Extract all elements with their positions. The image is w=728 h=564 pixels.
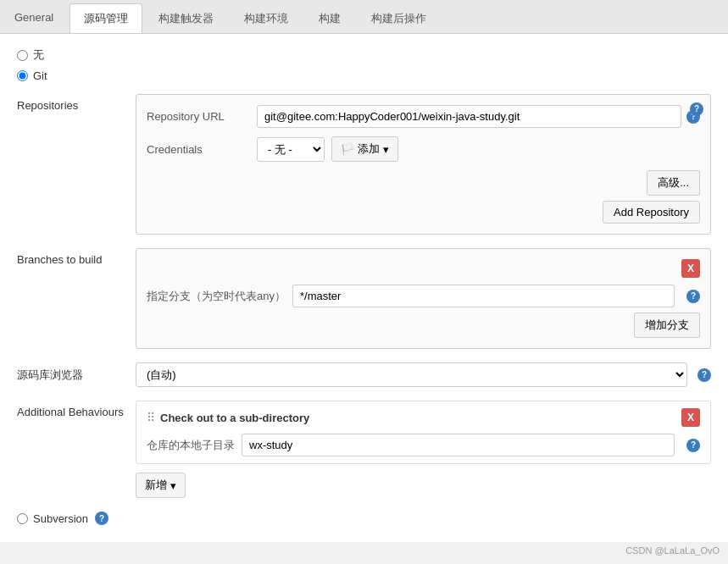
subversion-label: Subversion: [33, 512, 88, 525]
main-content: 无 Git Repositories ? Repository URL ? Cr…: [0, 34, 728, 542]
local-dir-row: 仓库的本地子目录 ?: [147, 434, 700, 456]
source-browser-label: 源码库浏览器: [17, 362, 136, 383]
additional-behaviours-section: Additional Behaviours ⠿ Check out to a s…: [17, 401, 711, 498]
radio-git-label: Git: [33, 69, 47, 82]
branches-remove-button[interactable]: X: [681, 259, 700, 278]
credentials-select[interactable]: - 无 -: [257, 137, 325, 162]
repositories-content: ? Repository URL ? Credentials - 无 -: [136, 94, 711, 235]
repo-url-input-wrapper: [257, 105, 681, 128]
branch-specifier-label: 指定分支（为空时代表any）: [147, 289, 286, 304]
add-repo-btn-row: Add Repository: [147, 201, 700, 224]
new-behaviour-label: 新增: [145, 478, 167, 493]
branch-help-icon[interactable]: ?: [686, 290, 700, 303]
advanced-button[interactable]: 高级...: [647, 170, 700, 196]
add-branch-btn-row: 增加分支: [147, 312, 700, 338]
branch-specifier-input[interactable]: [292, 285, 675, 307]
tab-post-build[interactable]: 构建后操作: [357, 3, 441, 33]
radio-none-input[interactable]: [17, 50, 28, 61]
tab-general[interactable]: General: [0, 3, 68, 33]
checkout-subdirectory-box: ⠿ Check out to a sub-directory X 仓库的本地子目…: [136, 401, 711, 464]
radio-none-label: 无: [33, 47, 44, 63]
subversion-row: Subversion ?: [17, 511, 711, 525]
behaviour-title-row: ⠿ Check out to a sub-directory: [147, 411, 309, 424]
credentials-add-button[interactable]: 🏳️ 添加 ▾: [331, 136, 398, 162]
new-behaviour-button[interactable]: 新增 ▾: [136, 473, 186, 498]
repo-url-input[interactable]: [257, 105, 681, 128]
advanced-btn-row: 高级...: [147, 170, 700, 196]
credentials-dropdown-icon: ▾: [383, 143, 389, 156]
credentials-controls: - 无 - 🏳️ 添加 ▾: [257, 136, 398, 162]
behaviour-remove-button[interactable]: X: [681, 408, 700, 427]
add-branch-button[interactable]: 增加分支: [634, 312, 700, 338]
radio-git-input[interactable]: [17, 70, 28, 81]
additional-behaviours-content: ⠿ Check out to a sub-directory X 仓库的本地子目…: [136, 401, 711, 498]
repositories-label: Repositories: [17, 94, 136, 112]
repo-url-row: Repository URL ?: [147, 105, 700, 128]
flag-icon: 🏳️: [341, 143, 354, 156]
repo-url-label: Repository URL: [147, 110, 257, 123]
tab-build-env[interactable]: 构建环境: [230, 3, 303, 33]
repositories-section: Repositories ? Repository URL ? Credenti…: [17, 94, 711, 235]
radio-subversion-input[interactable]: [17, 513, 28, 524]
tab-build-trigger[interactable]: 构建触发器: [144, 3, 228, 33]
source-browser-select[interactable]: (自动): [136, 362, 687, 387]
branches-section: Branches to build X 指定分支（为空时代表any） ? 增加分…: [17, 248, 711, 349]
source-browser-controls: (自动) ?: [136, 362, 711, 387]
add-repository-button[interactable]: Add Repository: [603, 201, 700, 224]
subversion-help-icon[interactable]: ?: [95, 511, 108, 525]
behaviour-header: ⠿ Check out to a sub-directory X: [147, 408, 700, 427]
source-browser-section: 源码库浏览器 (自动) ?: [17, 362, 711, 387]
source-browser-help-icon[interactable]: ?: [697, 368, 711, 382]
branch-input-row: 指定分支（为空时代表any） ?: [147, 285, 700, 307]
tab-bar: General 源码管理 构建触发器 构建环境 构建 构建后操作: [0, 0, 728, 34]
local-dir-label: 仓库的本地子目录: [147, 438, 235, 453]
credentials-add-label: 添加: [358, 141, 380, 157]
additional-behaviours-label: Additional Behaviours: [17, 401, 136, 418]
branches-header: X: [147, 259, 700, 278]
local-dir-input[interactable]: [242, 434, 675, 456]
radio-none[interactable]: 无: [17, 47, 711, 63]
repositories-help-icon[interactable]: ?: [685, 102, 703, 116]
branches-label: Branches to build: [17, 248, 136, 266]
drag-handle-icon[interactable]: ⠿: [147, 411, 155, 424]
tab-build[interactable]: 构建: [304, 3, 355, 33]
local-dir-help-icon[interactable]: ?: [686, 439, 700, 452]
radio-git[interactable]: Git: [17, 69, 711, 82]
help-circle-icon[interactable]: ?: [690, 102, 703, 116]
tab-source-management[interactable]: 源码管理: [69, 3, 142, 33]
credentials-label: Credentials: [147, 143, 257, 156]
checkout-subdirectory-title: Check out to a sub-directory: [160, 412, 309, 424]
branches-content: X 指定分支（为空时代表any） ? 增加分支: [136, 248, 711, 349]
credentials-row: Credentials - 无 - 🏳️ 添加 ▾: [147, 136, 700, 162]
new-behaviour-dropdown-icon: ▾: [170, 479, 176, 492]
